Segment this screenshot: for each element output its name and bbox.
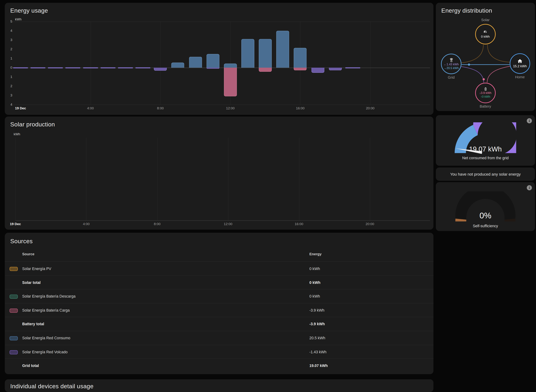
chart-dash (83, 67, 98, 68)
chart-dash (100, 67, 115, 68)
y-axis-tick: 3 (5, 93, 12, 97)
solar-production-plot[interactable]: 19 Dec4:008:0012:0016:0020:00 (5, 117, 433, 229)
chart-border-top (13, 22, 430, 22)
grid-consumption-value: →20.5 kWh (444, 66, 459, 70)
source-label: Solar Energía PV (22, 266, 51, 271)
table-row: Solar Energía PV0 kWh (5, 261, 433, 275)
y-axis-tick: 0 (5, 66, 12, 70)
chart-gridline (370, 22, 371, 105)
table-row: Solar Energía Batería Descarga0 kWh (5, 289, 433, 303)
source-color-swatch (9, 267, 18, 271)
source-label: Battery total (22, 322, 44, 326)
chart-axis-line (15, 220, 430, 221)
sources-card: Sources Source Energy Solar Energía PV0 … (5, 233, 433, 374)
source-color-swatch (9, 350, 18, 354)
chart-bar (154, 68, 167, 71)
source-color-swatch (9, 336, 18, 340)
chart-bar (329, 68, 342, 70)
chart-bar (259, 68, 272, 72)
y-axis-tick: 1 (5, 75, 12, 79)
devices-usage-card: Individual devices detail usage (5, 379, 433, 392)
gauge-value: 0% (436, 211, 535, 220)
home-icon (517, 59, 523, 64)
x-axis-tick: 4:00 (76, 222, 96, 226)
source-energy-value: -3.9 kWh (309, 308, 324, 312)
x-axis-tick: 8:00 (150, 106, 170, 110)
energy-usage-plot[interactable]: 19 Dec4:008:0012:0016:0020:005432101234 (5, 3, 433, 115)
x-axis-tick: 20:00 (360, 222, 380, 226)
source-color-swatch (9, 308, 18, 313)
chart-dash (118, 67, 133, 68)
table-row: Solar Energía Red Consumo20.5 kWh (5, 331, 433, 345)
grid-node-label: Grid (441, 75, 461, 79)
chart-dash (31, 67, 46, 68)
table-row: Grid total19.07 kWh (5, 359, 433, 372)
source-energy-value: -3.9 kWh (309, 322, 325, 326)
table-row: Solar total0 kWh (5, 275, 433, 289)
energy-distribution-card: Energy distribution Solar 0 kWh (436, 3, 535, 111)
transmission-tower-icon (449, 58, 453, 62)
source-energy-value: 20.5 kWh (309, 336, 325, 340)
chart-gridline (15, 138, 16, 220)
chart-gridline (228, 138, 228, 220)
y-axis-tick: 3 (5, 38, 12, 42)
chart-gridline (157, 138, 158, 220)
chart-bar (206, 54, 219, 68)
battery-charged-value: ↓3.9 kWh (479, 91, 491, 95)
y-axis-tick: 2 (5, 84, 12, 88)
chart-bar (189, 57, 202, 68)
solar-production-card: Solar production kWh 19 Dec4:008:0012:00… (5, 117, 433, 229)
source-label: Solar Energía Red Volcado (22, 350, 67, 354)
gauge-value: 19.07 kWh (436, 145, 535, 153)
chart-bar (311, 68, 324, 73)
distribution-node-solar[interactable]: 0 kWh (475, 24, 495, 44)
solar-node-value: 0 kWh (481, 35, 490, 39)
chart-bar (206, 68, 219, 69)
energy-usage-card: Energy usage kWh 19 Dec4:008:0012:0016:0… (5, 3, 433, 115)
grid-gauge-card: i 19.07 kWh Net consumed from the grid (436, 115, 535, 166)
source-label: Solar total (22, 280, 41, 285)
flow-dot-battery (483, 78, 485, 80)
source-energy-value: 0 kWh (309, 266, 320, 271)
home-node-label: Home (510, 75, 530, 79)
gauge-label: Self-sufficiency (436, 224, 535, 228)
chart-gridline (86, 138, 87, 220)
chart-gridline (160, 22, 161, 105)
source-energy-value: 0 kWh (309, 294, 320, 299)
source-energy-value: 0 kWh (309, 280, 320, 285)
info-icon[interactable]: i (527, 185, 532, 190)
energy-dashboard: Energy usage kWh 19 Dec4:008:0012:0016:0… (0, 0, 536, 392)
chart-gridline (370, 138, 370, 220)
distribution-node-grid[interactable]: ←1.43 kWh →20.5 kWh (441, 54, 461, 74)
chart-bar (259, 39, 272, 68)
battery-discharged-value: ↑0 kWh (481, 95, 490, 99)
source-energy-value: 19.07 kWh (309, 364, 328, 368)
solar-power-icon (483, 29, 488, 35)
info-icon[interactable]: i (527, 118, 532, 123)
grid-return-value: ←1.43 kWh (444, 62, 459, 66)
battery-node-label: Battery (475, 104, 495, 108)
column-header-source: Source (22, 252, 34, 256)
self-sufficiency-gauge-card: i 0% Self-sufficiency (436, 182, 535, 231)
chart-bar (171, 63, 184, 68)
chart-dash (345, 67, 360, 68)
chart-bar (294, 48, 307, 68)
x-axis-tick: 12:00 (220, 106, 240, 110)
chart-bar (224, 68, 237, 96)
flow-line-battery-home (487, 66, 510, 82)
chart-dash (135, 67, 150, 68)
column-header-energy: Energy (309, 252, 322, 256)
x-axis-tick: 8:00 (147, 222, 167, 226)
card-title: Individual devices detail usage (10, 383, 94, 390)
y-axis-tick: 1 (5, 56, 12, 60)
solar-message-card: You have not produced any solar energy (436, 168, 535, 181)
chart-bar (294, 68, 307, 70)
chart-bar (276, 31, 289, 68)
source-energy-value: -1.43 kWh (309, 350, 327, 354)
distribution-node-home[interactable]: 15.2 kWh (510, 53, 530, 74)
distribution-node-battery[interactable]: ↓3.9 kWh ↑0 kWh (475, 83, 495, 103)
y-axis-tick: 2 (5, 47, 12, 51)
x-axis-tick: 12:00 (218, 222, 238, 226)
table-row: Solar Energía Batería Carga-3.9 kWh (5, 303, 433, 317)
card-title: Sources (10, 238, 33, 245)
